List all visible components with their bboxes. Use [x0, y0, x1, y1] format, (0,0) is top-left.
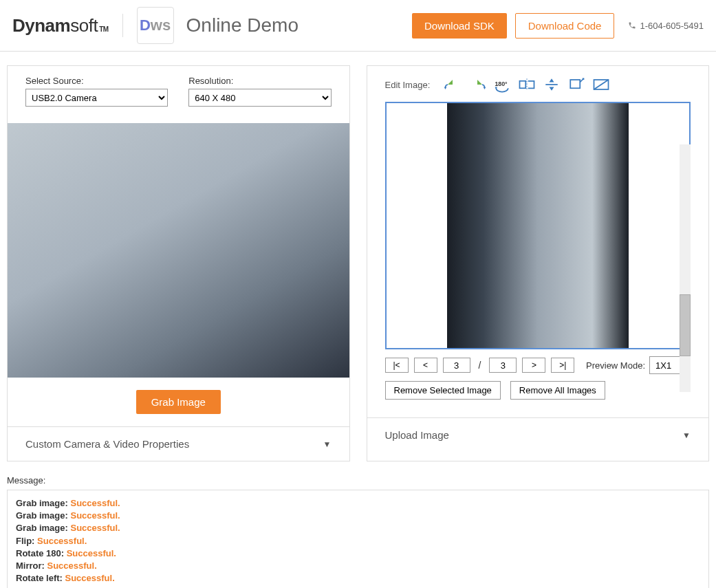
logo[interactable]: DynamsoftTM — [12, 15, 109, 36]
preview-image-content — [447, 103, 629, 348]
message-line: Rotate left: Successful. — [16, 572, 700, 585]
flip-icon[interactable] — [541, 76, 562, 94]
current-page-input[interactable] — [443, 358, 470, 373]
accordion-label: Custom Camera & Video Properties — [25, 438, 189, 450]
rotate-180-icon[interactable]: 180° — [492, 76, 512, 94]
header: DynamsoftTM Dws Online Demo Download SDK… — [0, 0, 716, 52]
resolution-dropdown[interactable]: 640 X 480 — [188, 89, 331, 107]
last-page-button[interactable]: >| — [551, 358, 574, 373]
logo-text-soft: soft — [70, 15, 98, 36]
edit-image-label: Edit Image: — [385, 80, 431, 90]
svg-rect-4 — [571, 80, 581, 88]
dws-ws: ws — [151, 17, 171, 34]
camera-properties-accordion[interactable]: Custom Camera & Video Properties ▼ — [8, 426, 349, 461]
dws-logo: Dws — [137, 7, 174, 44]
svg-rect-1 — [520, 81, 526, 89]
svg-line-6 — [594, 80, 609, 89]
page-title: Online Demo — [186, 14, 299, 36]
svg-text:180°: 180° — [495, 80, 508, 87]
accordion-label: Upload Image — [385, 429, 449, 441]
page-separator: / — [476, 360, 484, 371]
message-line: Grab image: Successful. — [16, 497, 700, 510]
phone-number: 1-604-605-5491 — [640, 21, 704, 31]
message-line: Flip: Successful. — [16, 535, 700, 547]
left-panel: Select Source: USB2.0 Camera Resolution:… — [7, 65, 350, 461]
message-line: Mirror: Successful. — [16, 560, 700, 572]
message-line: Rotate 180: Successful. — [16, 547, 700, 560]
grab-image-button[interactable]: Grab Image — [136, 390, 221, 414]
select-source-label: Select Source: — [25, 76, 168, 86]
logo-tm: TM — [99, 25, 108, 33]
right-panel: Edit Image: 180° |< — [367, 65, 710, 461]
remove-all-button[interactable]: Remove All Images — [510, 381, 605, 400]
chevron-down-icon: ▼ — [682, 431, 691, 440]
prev-page-button[interactable]: < — [414, 358, 437, 373]
rotate-left-icon[interactable] — [442, 76, 463, 94]
total-pages-input[interactable] — [489, 358, 517, 373]
main: Select Source: USB2.0 Camera Resolution:… — [0, 52, 716, 468]
download-sdk-button[interactable]: Download SDK — [412, 13, 507, 39]
resize-icon[interactable] — [591, 76, 611, 94]
message-section: Message: Grab image: Successful. Grab im… — [0, 468, 716, 588]
preview-scrollbar-thumb[interactable] — [680, 294, 691, 356]
next-page-button[interactable]: > — [522, 358, 545, 373]
message-line: Grab image: Successful. — [16, 510, 700, 522]
phone: 1-604-605-5491 — [628, 21, 704, 31]
resolution-label: Resolution: — [188, 76, 331, 86]
chevron-down-icon: ▼ — [323, 439, 332, 449]
mirror-icon[interactable] — [517, 76, 537, 94]
first-page-button[interactable]: |< — [385, 358, 409, 373]
image-preview — [385, 102, 691, 349]
message-label: Message: — [7, 475, 709, 486]
upload-image-accordion[interactable]: Upload Image ▼ — [367, 417, 709, 452]
preview-mode-label: Preview Mode: — [586, 360, 645, 371]
message-line: Grab image: Successful. — [16, 522, 700, 534]
remove-selected-button[interactable]: Remove Selected Image — [385, 381, 501, 400]
message-box: Grab image: Successful. Grab image: Succ… — [7, 490, 709, 588]
phone-icon — [628, 21, 636, 30]
crop-icon[interactable] — [566, 76, 587, 94]
download-code-button[interactable]: Download Code — [515, 13, 615, 39]
rotate-right-icon[interactable] — [467, 76, 488, 94]
logo-text-main: Dynam — [12, 15, 70, 36]
camera-video-preview — [8, 123, 349, 378]
divider — [122, 14, 123, 37]
select-source-dropdown[interactable]: USB2.0 Camera — [25, 89, 168, 107]
dws-d: D — [140, 17, 151, 34]
edit-toolbar: 180° — [442, 76, 611, 94]
